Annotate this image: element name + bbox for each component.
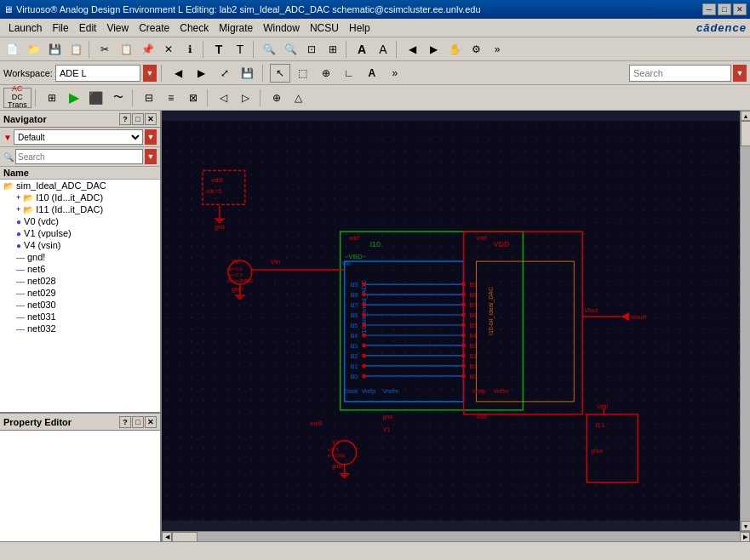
zoom-fit-button[interactable]: ⊡ <box>301 40 322 59</box>
menu-file[interactable]: File <box>47 20 73 36</box>
menu-edit[interactable]: Edit <box>74 20 102 36</box>
tree-item-net028[interactable]: — net028 <box>0 275 160 287</box>
menu-window[interactable]: Window <box>258 20 305 36</box>
ws-btn1[interactable]: ◀ <box>169 64 189 83</box>
scroll-right-button[interactable]: ▶ <box>740 532 750 542</box>
cut-button[interactable]: ✂ <box>94 40 115 59</box>
scroll-left-button[interactable]: ◀ <box>162 532 172 542</box>
search-input[interactable] <box>629 65 731 82</box>
navigator-search-input[interactable] <box>15 149 143 164</box>
tree-item-net030[interactable]: — net030 <box>0 299 160 311</box>
menu-launch[interactable]: Launch <box>3 20 47 36</box>
ws-select[interactable]: ⬚ <box>293 64 313 83</box>
font-b-button[interactable]: A <box>373 40 393 59</box>
tree-item-net031[interactable]: — net031 <box>0 311 160 323</box>
scroll-thumb-horizontal[interactable] <box>172 532 198 542</box>
ws-probe[interactable]: ⊕ <box>316 64 336 83</box>
tree-item-v0[interactable]: ● V0 (vdc) <box>0 215 160 227</box>
restore-button[interactable]: □ <box>718 3 731 15</box>
settings-button[interactable]: ⚙ <box>466 40 486 59</box>
ws-cursor[interactable]: ↖ <box>270 64 290 83</box>
ws-text[interactable]: A <box>362 64 382 83</box>
run-green-icon[interactable]: ▶ <box>64 89 84 107</box>
zoom-out-button[interactable]: 🔍 <box>280 40 301 59</box>
navigator-help-button[interactable]: ? <box>119 113 131 125</box>
tree-item-net032[interactable]: — net032 <box>0 323 160 334</box>
scroll-down-button[interactable]: ▼ <box>741 521 750 531</box>
ws-more[interactable]: » <box>385 64 405 83</box>
zoom-in-button[interactable]: 🔍 <box>259 40 279 59</box>
filter-dropdown-button[interactable]: ▼ <box>145 129 157 145</box>
property-editor-close-button[interactable]: ✕ <box>145 416 157 428</box>
calc-icon[interactable]: ⊠ <box>183 89 203 107</box>
workspace-dropdown[interactable]: ▼ <box>143 65 157 82</box>
ws-btn4[interactable]: 💾 <box>238 64 258 83</box>
ws-btn3[interactable]: ⤢ <box>215 64 235 83</box>
table-icon[interactable]: ⊟ <box>139 89 159 107</box>
back-button[interactable]: ◀ <box>402 40 422 59</box>
font-a-button[interactable]: A <box>352 40 372 59</box>
ws-btn2[interactable]: ▶ <box>192 64 212 83</box>
wave-icon[interactable]: 〜 <box>108 89 129 107</box>
analysis-ac-dc-trans[interactable]: ACDCTrans <box>3 88 31 108</box>
close-button[interactable]: ✕ <box>733 3 747 15</box>
setup-icon[interactable]: ⊞ <box>42 89 62 107</box>
property-editor-float-button[interactable]: □ <box>132 416 144 428</box>
scroll-thumb-vertical[interactable] <box>741 121 750 146</box>
tree-label-net032: net032 <box>27 323 56 334</box>
tree-item-sim-ideal[interactable]: 📂 sim_Ideal_ADC_DAC <box>0 180 160 191</box>
navigator-close-button[interactable]: ✕ <box>145 113 157 125</box>
pan-button[interactable]: ✋ <box>444 40 465 59</box>
copy-button[interactable]: 📋 <box>116 40 136 59</box>
navigator-float-button[interactable]: □ <box>132 113 144 125</box>
stop-red-icon[interactable]: ⬛ <box>86 89 106 107</box>
zoom-area-button[interactable]: ⊞ <box>323 40 343 59</box>
property-editor-help-button[interactable]: ? <box>119 416 131 428</box>
scroll-up-button[interactable]: ▲ <box>741 111 750 121</box>
navigator-filter-select[interactable]: Default <box>14 129 143 145</box>
paste-button[interactable]: 📌 <box>137 40 157 59</box>
tree-label-i11: I11 (Id...it_DAC) <box>36 204 103 214</box>
save-button[interactable]: 💾 <box>44 40 65 59</box>
vertical-scrollbar[interactable]: ▲ ▼ <box>740 111 750 531</box>
text-button1[interactable]: T <box>209 40 229 59</box>
tree-item-v4[interactable]: ● V4 (vsin) <box>0 239 160 251</box>
forward-button[interactable]: ▶ <box>423 40 444 59</box>
menu-check[interactable]: Check <box>175 20 214 36</box>
schematic-canvas-area[interactable]: vdd! vdc=5 gnd Vln vp=2.5 vp=2.5 freq=2M… <box>162 111 740 531</box>
tree-item-i11[interactable]: + 📂 I11 (Id...it_DAC) <box>0 203 160 215</box>
svg-point-46 <box>362 283 366 287</box>
svg-point-48 <box>362 303 366 307</box>
menu-create[interactable]: Create <box>134 20 175 36</box>
horizontal-scrollbar[interactable]: ◀ ▶ <box>162 531 750 541</box>
tree-item-net029[interactable]: — net029 <box>0 287 160 299</box>
save-as-button[interactable]: 📋 <box>66 40 86 59</box>
delete-button[interactable]: ✕ <box>158 40 179 59</box>
scroll-track-vertical[interactable] <box>741 121 750 521</box>
menu-ncsu[interactable]: NCSU <box>305 20 344 36</box>
info-button[interactable]: ℹ <box>180 40 200 59</box>
tree-item-v1[interactable]: ● V1 (vpulse) <box>0 227 160 239</box>
scroll-track-horizontal[interactable] <box>172 532 740 541</box>
more-button[interactable]: » <box>487 40 507 59</box>
minimize-button[interactable]: ─ <box>702 3 716 15</box>
menu-migrate[interactable]: Migrate <box>214 20 258 36</box>
tree-item-net6[interactable]: — net6 <box>0 263 160 275</box>
menu-view[interactable]: View <box>101 20 134 36</box>
text-button2[interactable]: T <box>230 40 250 59</box>
results-icon[interactable]: ≡ <box>161 89 181 107</box>
open-button[interactable]: 📁 <box>23 40 43 59</box>
up-icon[interactable]: △ <box>289 89 309 107</box>
menu-help[interactable]: Help <box>344 20 375 36</box>
svg-point-101 <box>461 303 466 307</box>
arrow2-icon[interactable]: ▷ <box>236 89 256 107</box>
new-button[interactable]: 📄 <box>2 40 22 59</box>
search-dropdown-button[interactable]: ▼ <box>733 65 747 82</box>
ws-wire[interactable]: ∟ <box>339 64 359 83</box>
sep2 <box>203 41 206 58</box>
arrow1-icon[interactable]: ◁ <box>214 89 234 107</box>
more-tools-icon[interactable]: ⊕ <box>266 89 287 107</box>
nav-search-dropdown[interactable]: ▼ <box>145 149 157 164</box>
tree-item-i10[interactable]: + 📂 I10 (Id...it_ADC) <box>0 191 160 203</box>
tree-item-gnd1[interactable]: — gnd! <box>0 251 160 263</box>
